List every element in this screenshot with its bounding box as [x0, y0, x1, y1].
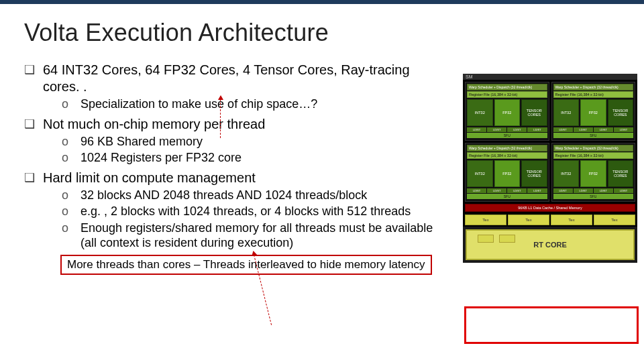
circle-bullet-icon: o [62, 221, 80, 236]
sub-bullet: o Enough registers/shared memory for all… [24, 221, 449, 251]
register-file: Register File (16,384 x 32-bit) [467, 91, 547, 98]
square-bullet-icon: ❑ [24, 62, 43, 78]
bullet-text: 64 INT32 Cores, 64 FP32 Cores, 4 Tensor … [43, 62, 449, 95]
sub-bullet: o 1024 Registers per FP32 core [24, 150, 449, 166]
tensor-core: TENSOR CORES [608, 160, 634, 187]
mem-wrap: 96KB L1 Data Cache / Shared Memory [463, 204, 637, 213]
tensor-core: TENSOR CORES [521, 160, 547, 187]
ldst-unit: LD/ST [487, 127, 506, 132]
int32-core: INT32 [467, 160, 493, 187]
fp32-core: FP32 [494, 160, 521, 187]
sub-bullet: o 32 blocks AND 2048 threads AND 1024 th… [24, 188, 449, 203]
ldst-row: LD/ST LD/ST LD/ST LD/ST [467, 188, 547, 193]
ldst-unit: LD/ST [614, 127, 633, 132]
square-bullet-icon: ❑ [24, 170, 43, 186]
sub-text: Specialization to make use of chip space… [80, 97, 317, 112]
ldst-unit: LD/ST [527, 127, 547, 132]
slide-title: Volta Execution Architecture [0, 4, 644, 58]
rt-core-label: RT CORE [533, 241, 567, 249]
circle-bullet-icon: o [62, 97, 80, 112]
sub-bullet: o Specialization to make use of chip spa… [24, 97, 449, 112]
ldst-unit: LD/ST [487, 188, 506, 193]
ldst-unit: LD/ST [507, 127, 527, 132]
warp-scheduler: Warp Scheduler + Dispatch (32 thread/clk… [467, 84, 547, 90]
ldst-unit: LD/ST [507, 188, 527, 193]
register-file: Register File (16,384 x 32-bit) [553, 152, 634, 159]
sub-text: Enough registers/shared memory for all t… [80, 221, 449, 251]
warp-scheduler: Warp Scheduler + Dispatch (32 thread/clk… [467, 145, 547, 152]
sub-bullet: o 96 KB Shared memory [24, 134, 449, 149]
ldst-unit: LD/ST [553, 127, 573, 132]
ldst-unit: LD/ST [467, 188, 486, 193]
bullet-text: Hard limit on compute management [43, 170, 256, 186]
sfu-unit: SFU [467, 194, 547, 199]
sm-quadrant: Warp Scheduler + Dispatch (32 thread/clk… [551, 143, 636, 202]
ldst-unit: LD/ST [574, 188, 593, 193]
ldst-unit: LD/ST [527, 188, 547, 193]
sfu-unit: SFU [467, 133, 547, 138]
cores-row: INT32 FP32 TENSOR CORES [467, 99, 547, 126]
l1-shared-memory: 96KB L1 Data Cache / Shared Memory [465, 204, 635, 212]
sub-text: e.g. , 2 blocks with 1024 threads, or 4 … [80, 204, 411, 219]
sub-bullet: o e.g. , 2 blocks with 1024 threads, or … [24, 204, 449, 219]
int32-core: INT32 [553, 99, 580, 126]
bullet-1: ❑ 64 INT32 Cores, 64 FP32 Cores, 4 Tenso… [24, 62, 449, 95]
tex-unit: Tex [551, 215, 592, 225]
circle-bullet-icon: o [62, 134, 80, 149]
tensor-core: TENSOR CORES [521, 99, 547, 126]
sm-quadrant: Warp Scheduler + Dispatch (32 thread/clk… [465, 82, 549, 141]
fp32-core: FP32 [580, 160, 606, 187]
fp32-core: FP32 [580, 99, 606, 126]
circle-bullet-icon: o [62, 150, 80, 166]
sub-text: 96 KB Shared memory [80, 134, 203, 149]
tex-unit: Tex [508, 215, 549, 225]
circle-bullet-icon: o [62, 188, 80, 203]
bullet-text: Not much on-chip memory per thread [43, 116, 265, 133]
tex-unit: Tex [594, 215, 635, 225]
register-file: Register File (16,384 x 32-bit) [467, 152, 547, 159]
sm-diagram: SM Warp Scheduler + Dispatch (32 thread/… [463, 74, 637, 342]
bullet-3: ❑ Hard limit on compute management [24, 170, 449, 186]
sm-header: SM [463, 74, 637, 80]
circle-bullet-icon: o [62, 204, 80, 219]
ldst-unit: LD/ST [553, 188, 573, 193]
int32-core: INT32 [467, 99, 493, 126]
sfu-unit: SFU [553, 194, 634, 199]
square-bullet-icon: ❑ [24, 116, 43, 132]
rt-core-wrap: RT CORE [463, 227, 637, 263]
ldst-unit: LD/ST [574, 127, 593, 132]
ldst-unit: LD/ST [467, 127, 486, 132]
sub-text: 1024 Registers per FP32 core [80, 150, 241, 166]
fp32-core: FP32 [494, 99, 521, 126]
ldst-unit: LD/ST [614, 188, 633, 193]
ldst-row: LD/ST LD/ST LD/ST LD/ST [553, 188, 634, 193]
tex-unit: Tex [465, 215, 506, 225]
ldst-row: LD/ST LD/ST LD/ST LD/ST [553, 127, 634, 132]
ldst-unit: LD/ST [594, 188, 613, 193]
warp-scheduler: Warp Scheduler + Dispatch (32 thread/clk… [553, 84, 634, 90]
sub-text: 32 blocks AND 2048 threads AND 1024 thre… [80, 188, 367, 203]
cores-row: INT32 FP32 TENSOR CORES [553, 99, 634, 126]
bullet-2: ❑ Not much on-chip memory per thread [24, 116, 449, 133]
tensor-core: TENSOR CORES [608, 99, 634, 126]
sm-quadrant: Warp Scheduler + Dispatch (32 thread/clk… [465, 143, 549, 202]
ldst-row: LD/ST LD/ST LD/ST LD/ST [467, 127, 547, 132]
rt-sub-block [478, 235, 494, 243]
rt-sub-block [499, 235, 515, 243]
rt-core: RT CORE [466, 229, 635, 260]
sm-quad-grid: Warp Scheduler + Dispatch (32 thread/clk… [463, 80, 637, 204]
callout-box: More threads than cores – Threads interl… [60, 255, 432, 275]
int32-core: INT32 [553, 160, 580, 187]
ldst-unit: LD/ST [594, 127, 613, 132]
cores-row: INT32 FP32 TENSOR CORES [553, 160, 634, 187]
sm-quadrant: Warp Scheduler + Dispatch (32 thread/clk… [551, 82, 636, 141]
warp-scheduler: Warp Scheduler + Dispatch (32 thread/clk… [553, 145, 634, 152]
sfu-unit: SFU [553, 133, 634, 138]
tex-row: Tex Tex Tex Tex [463, 213, 637, 227]
register-file: Register File (16,384 x 32-bit) [553, 91, 634, 98]
body-content: ❑ 64 INT32 Cores, 64 FP32 Cores, 4 Tenso… [0, 62, 449, 275]
cores-row: INT32 FP32 TENSOR CORES [467, 160, 547, 187]
